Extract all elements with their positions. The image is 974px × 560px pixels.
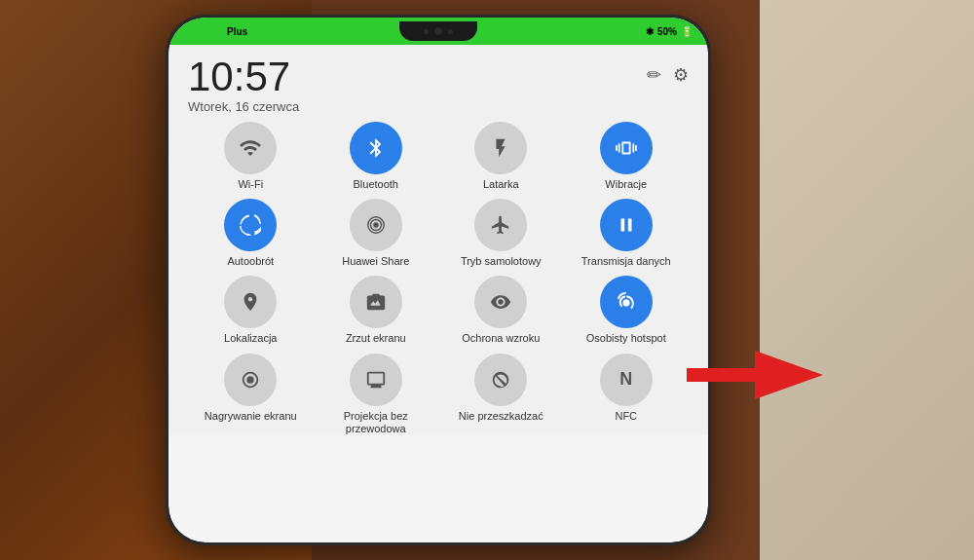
tile-vibration[interactable]: Wibracje [578, 122, 675, 191]
tile-wifi-label: Wi-Fi [238, 178, 263, 191]
tile-eye-comfort[interactable]: Ochrona wzroku [452, 276, 549, 345]
tile-dnd-label: Nie przeszkadzać [459, 410, 543, 423]
red-arrow-svg [687, 351, 823, 399]
battery-status: 50% [657, 26, 677, 37]
tile-screen-record-icon [224, 354, 277, 406]
bluetooth-status-icon: ✱ [646, 26, 654, 37]
red-arrow-container [687, 351, 823, 403]
tile-airplane[interactable]: Tryb samolotowy [452, 199, 549, 268]
tile-eye-comfort-icon [474, 276, 527, 328]
tile-hotspot-label: Osobisty hotspot [586, 332, 666, 345]
tile-screenshot-label: Zrzut ekranu [346, 332, 406, 345]
tiles-row-3: Lokalizacja Zrzut ekranu Ochrona wzroku [188, 276, 689, 345]
tile-nfc-label: NFC [615, 410, 637, 423]
battery-icon: 🔋 [681, 26, 693, 37]
tile-location[interactable]: Lokalizacja [202, 276, 299, 345]
tile-nfc-icon: N [600, 354, 653, 406]
time-section: 10:57 Wtorek, 16 czerwca ✏ ⚙ [169, 45, 708, 122]
tile-data-transmission-label: Transmisja danych [581, 255, 671, 268]
phone-screen: Plus ✱ 50% 🔋 10:57 Wtorek, 16 czerwca ✏ … [169, 18, 708, 542]
tile-screenshot[interactable]: Zrzut ekranu [327, 276, 425, 345]
front-camera-lens [434, 27, 442, 35]
tile-airplane-icon [474, 199, 527, 251]
front-camera-ir [448, 29, 453, 34]
camera-cutout [399, 21, 477, 41]
tile-huawei-share[interactable]: Huawei Share [327, 199, 425, 268]
status-bar: Plus ✱ 50% 🔋 [169, 18, 708, 45]
tile-wireless-project-icon [350, 354, 402, 406]
tile-data-transmission-icon [600, 199, 653, 251]
tiles-row-1: Wi-Fi Bluetooth Latarka [188, 122, 689, 191]
tile-screen-record-label: Nagrywanie ekranu [205, 410, 297, 423]
tile-vibration-label: Wibracje [605, 178, 647, 191]
tile-dnd[interactable]: Nie przeszkadzać [452, 354, 549, 435]
tile-hotspot[interactable]: Osobisty hotspot [578, 276, 675, 345]
tile-location-icon [224, 276, 277, 328]
svg-marker-5 [687, 351, 823, 399]
scene: Plus ✱ 50% 🔋 10:57 Wtorek, 16 czerwca ✏ … [0, 0, 974, 560]
quick-tiles-container: Wi-Fi Bluetooth Latarka [169, 122, 708, 435]
settings-icon[interactable]: ⚙ [673, 64, 689, 86]
tiles-row-2: Autoobrót Huawei Share Tryb samolotowy [188, 199, 689, 268]
status-bar-right: ✱ 50% 🔋 [646, 26, 693, 37]
date-display: Wtorek, 16 czerwca [188, 99, 299, 114]
clock-display: 10:57 [188, 56, 299, 97]
edit-icon[interactable]: ✏ [647, 64, 661, 86]
time-icons-group: ✏ ⚙ [647, 56, 689, 86]
tile-autorotate-icon [224, 199, 277, 251]
svg-point-0 [373, 222, 379, 228]
tile-location-label: Lokalizacja [224, 332, 277, 345]
time-block: 10:57 Wtorek, 16 czerwca [188, 56, 299, 114]
tile-autorotate[interactable]: Autoobrót [202, 199, 299, 268]
tile-autorotate-label: Autoobrót [227, 255, 274, 268]
tile-bluetooth-label: Bluetooth [354, 178, 398, 191]
tile-airplane-label: Tryb samolotowy [461, 255, 542, 268]
tile-data-transmission[interactable]: Transmisja danych [578, 199, 675, 268]
tile-vibration-icon [600, 122, 653, 174]
bg-right [760, 0, 974, 560]
tile-screen-record[interactable]: Nagrywanie ekranu [202, 354, 299, 435]
tile-nfc[interactable]: N NFC [578, 354, 675, 435]
tile-flashlight-icon [474, 122, 527, 174]
tile-bluetooth-icon [350, 122, 402, 174]
tile-huawei-share-label: Huawei Share [342, 255, 409, 268]
svg-point-4 [247, 376, 254, 383]
tiles-row-4: Nagrywanie ekranu Projekcja bez przewodo… [188, 354, 689, 435]
tile-wireless-project-label: Projekcja bez przewodowa [327, 410, 425, 435]
tile-bluetooth[interactable]: Bluetooth [327, 122, 425, 191]
phone-device: Plus ✱ 50% 🔋 10:57 Wtorek, 16 czerwca ✏ … [166, 15, 711, 545]
tile-screenshot-icon [350, 276, 402, 328]
front-camera-sensor [424, 29, 429, 34]
tile-eye-comfort-label: Ochrona wzroku [462, 332, 540, 345]
tile-wireless-project[interactable]: Projekcja bez przewodowa [327, 354, 425, 435]
tile-dnd-icon [474, 354, 527, 406]
tile-wifi-icon [224, 122, 277, 174]
tile-flashlight[interactable]: Latarka [452, 122, 549, 191]
tile-wifi[interactable]: Wi-Fi [202, 122, 299, 191]
tile-flashlight-label: Latarka [483, 178, 519, 191]
carrier-label: Plus [227, 26, 247, 37]
tile-huawei-share-icon [350, 199, 402, 251]
tile-hotspot-icon [600, 276, 653, 328]
